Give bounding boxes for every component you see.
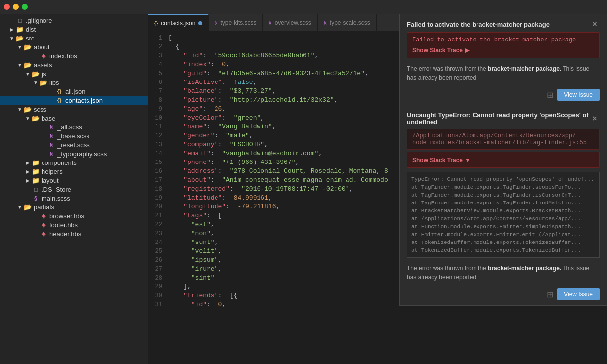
line-content: "latitude": 84.999161, xyxy=(168,194,272,202)
scss-file-icon: § xyxy=(215,20,217,26)
sidebar-item-label: all.json xyxy=(65,88,85,95)
notification-header-2: Uncaught TypeError: Cannot read property… xyxy=(400,106,607,129)
sidebar-item-browser-hbs[interactable]: ◈ browser.hbs xyxy=(0,211,148,220)
sidebar-item-label: partials xyxy=(34,203,54,211)
line-content: "_id": "59cccf6dabc86655de0bab61", xyxy=(168,51,318,60)
maximize-button[interactable] xyxy=(22,4,28,10)
sidebar-item-label: browser.hbs xyxy=(49,212,84,220)
report-icon-1: ⊞ xyxy=(547,90,553,100)
notification-footer-1: ⊞ View Issue xyxy=(400,86,607,106)
arrow-icon: ▶ xyxy=(8,25,16,33)
line-content: "index": 0, xyxy=(168,60,230,69)
tab-contacts-json[interactable]: {} contacts.json xyxy=(148,14,209,31)
sidebar-item-js[interactable]: ▼ 📂 js xyxy=(0,69,148,78)
sidebar-item-dist[interactable]: ▶ 📁 dist xyxy=(0,25,148,34)
folder-icon: 📂 xyxy=(32,70,40,78)
sidebar-item-label: layout xyxy=(42,177,59,184)
sidebar-item-main-scss[interactable]: § main.scss xyxy=(0,194,148,202)
sidebar-item-gitignore[interactable]: ◻ .gitignore xyxy=(0,16,148,25)
arrow-icon: ▼ xyxy=(16,61,24,69)
sidebar-item-index-hbs[interactable]: ◈ index.hbs xyxy=(0,51,148,60)
show-stack-trace-2[interactable]: Show Stack Trace ▼ xyxy=(412,157,471,163)
minimize-button[interactable] xyxy=(13,4,19,10)
tab-overview-scss[interactable]: § overview.scss xyxy=(263,14,318,31)
folder-icon: 📂 xyxy=(40,79,47,86)
sidebar-item-label: base xyxy=(42,115,55,122)
sidebar-item-label: libs xyxy=(49,79,59,86)
show-stack-trace-1[interactable]: Show Stack Trace ▶ xyxy=(412,47,469,54)
line-content: "sint" xyxy=(168,274,215,283)
stack-line: at BracketMatcherView.module.exports.Bra… xyxy=(411,207,595,215)
file-hbs-icon: ◈ xyxy=(40,52,47,60)
sidebar-item-all-json[interactable]: {} all.json xyxy=(0,87,148,96)
sidebar-item-typography-scss[interactable]: § _typography.scss xyxy=(0,149,148,158)
notification-body-1: The error was thrown from the bracket-ma… xyxy=(400,62,607,86)
line-content: { xyxy=(168,42,179,51)
stack-line: at TokenizedBuffer.module.exports.Tokeni… xyxy=(411,239,595,246)
sidebar-item-reset-scss[interactable]: § _reset.scss xyxy=(0,140,148,149)
line-number: 14 xyxy=(148,149,168,158)
arrow-icon xyxy=(40,132,47,140)
arrow-icon xyxy=(47,96,55,104)
line-number: 17 xyxy=(148,176,168,185)
arrow-icon: ▼ xyxy=(16,105,24,113)
sidebar-item-libs[interactable]: ▼ 📂 libs xyxy=(0,78,148,87)
line-number: 20 xyxy=(148,202,168,211)
scss-file-icon: § xyxy=(269,20,272,26)
arrow-icon: ▼ xyxy=(24,114,32,122)
line-number: 8 xyxy=(148,96,168,105)
line-number: 28 xyxy=(148,274,168,283)
sidebar-item-components[interactable]: ▶ 📁 components xyxy=(0,158,148,167)
tab-label: type-scale.scss xyxy=(330,19,370,26)
sidebar-item-contacts-json[interactable]: {} contacts.json xyxy=(0,96,148,105)
arrow-icon: ▼ xyxy=(16,43,24,51)
line-content: "est", xyxy=(168,220,215,229)
sidebar-item-partials[interactable]: ▼ 📂 partials xyxy=(0,202,148,211)
sidebar-item-footer-hbs[interactable]: ◈ footer.hbs xyxy=(0,220,148,229)
notification-close-2[interactable]: × xyxy=(590,114,600,123)
line-content: "company": "ESCHOIR", xyxy=(168,140,268,149)
sidebar-item-base-scss[interactable]: § _base.scss xyxy=(0,131,148,140)
sidebar-item-label: _reset.scss xyxy=(57,141,90,149)
view-issue-button-2[interactable]: View Issue xyxy=(557,288,600,300)
notification-error-box-2: Show Stack Trace ▼ xyxy=(407,152,600,168)
line-content: "address": "278 Colonial Court, Rosedale… xyxy=(168,167,388,176)
sidebar-item-header-hbs[interactable]: ◈ header.hbs xyxy=(0,229,148,238)
sidebar-item-label: scss xyxy=(34,106,46,113)
sidebar-item-layout[interactable]: ▶ 📁 layout xyxy=(0,176,148,185)
tab-type-kits-scss[interactable]: § type-kits.scss xyxy=(209,14,262,31)
line-number: 22 xyxy=(148,220,168,229)
folder-icon: 📁 xyxy=(32,167,40,175)
sidebar-item-ds-store[interactable]: ◻ .DS_Store xyxy=(0,185,148,194)
notification-footer-2: ⊞ View Issue xyxy=(400,285,607,305)
notification-close-1[interactable]: × xyxy=(590,19,600,29)
line-number: 11 xyxy=(148,122,168,131)
package-name-2: bracket-matcher package. xyxy=(488,265,561,272)
sidebar-item-about[interactable]: ▼ 📂 about xyxy=(0,42,148,51)
folder-icon: 📁 xyxy=(16,25,24,33)
sidebar-item-helpers[interactable]: ▶ 📁 helpers xyxy=(0,167,148,176)
folder-icon: 📂 xyxy=(32,114,40,122)
line-number: 13 xyxy=(148,140,168,149)
notification-error-text-1: Failed to activate the bracket-matcher p… xyxy=(412,37,594,43)
line-content: "tags": [ xyxy=(168,211,222,220)
tab-modified-indicator xyxy=(198,21,202,25)
body-text-1: The error was thrown from the xyxy=(407,65,488,72)
sidebar-item-src[interactable]: ▼ 📂 src xyxy=(0,34,148,42)
close-button[interactable] xyxy=(4,4,10,10)
arrow-icon xyxy=(47,87,55,95)
notification-panel-2: Uncaught TypeError: Cannot read property… xyxy=(399,106,607,306)
sidebar-item-assets[interactable]: ▼ 📂 assets xyxy=(0,60,148,69)
view-issue-button-1[interactable]: View Issue xyxy=(557,89,600,101)
file-misc-icon: ◻ xyxy=(32,185,40,193)
file-hbs-icon: ◈ xyxy=(40,230,47,238)
tab-label: overview.scss xyxy=(275,19,311,26)
line-number: 3 xyxy=(148,51,168,60)
error-path-box: /Applications/Atom.app/Contents/Resource… xyxy=(407,129,600,150)
tab-label: type-kits.scss xyxy=(221,19,257,26)
sidebar-item-scss[interactable]: ▼ 📂 scss xyxy=(0,105,148,114)
arrow-icon: ▼ xyxy=(16,203,24,211)
sidebar-item-all-scss[interactable]: § _all.scss xyxy=(0,122,148,131)
sidebar-item-base[interactable]: ▼ 📂 base xyxy=(0,114,148,122)
tab-type-scale-scss[interactable]: § type-scale.scss xyxy=(318,14,377,31)
